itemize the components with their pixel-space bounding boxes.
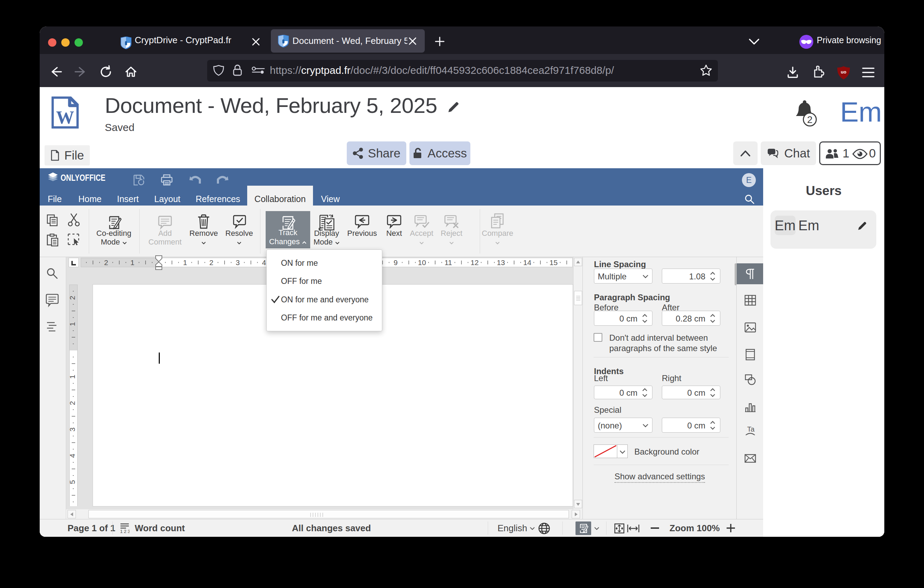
svg-text:2: 2 bbox=[104, 258, 108, 266]
svg-text:15: 15 bbox=[549, 258, 558, 266]
svg-text:uo: uo bbox=[841, 69, 846, 74]
svg-text:3: 3 bbox=[69, 428, 76, 431]
svg-text:9: 9 bbox=[394, 258, 398, 266]
svg-text:4: 4 bbox=[262, 258, 266, 266]
svg-text:1 2 3: 1 2 3 bbox=[120, 529, 130, 533]
svg-text:W: W bbox=[56, 107, 74, 127]
svg-text:2: 2 bbox=[69, 401, 76, 405]
svg-text:14: 14 bbox=[523, 258, 531, 266]
svg-text:10: 10 bbox=[418, 258, 426, 266]
svg-text:1: 1 bbox=[183, 258, 187, 266]
svg-text:1: 1 bbox=[130, 258, 135, 266]
svg-text:13: 13 bbox=[497, 258, 505, 266]
svg-text:4: 4 bbox=[69, 454, 76, 458]
svg-text:2: 2 bbox=[209, 258, 213, 266]
svg-text:Ta: Ta bbox=[747, 425, 755, 433]
svg-text:12: 12 bbox=[471, 258, 479, 266]
svg-text:5: 5 bbox=[69, 480, 76, 484]
svg-text:1: 1 bbox=[69, 375, 76, 379]
svg-text:3: 3 bbox=[236, 258, 240, 266]
svg-text:2: 2 bbox=[69, 296, 76, 300]
svg-text:1: 1 bbox=[69, 322, 76, 326]
svg-text:11: 11 bbox=[445, 258, 452, 266]
